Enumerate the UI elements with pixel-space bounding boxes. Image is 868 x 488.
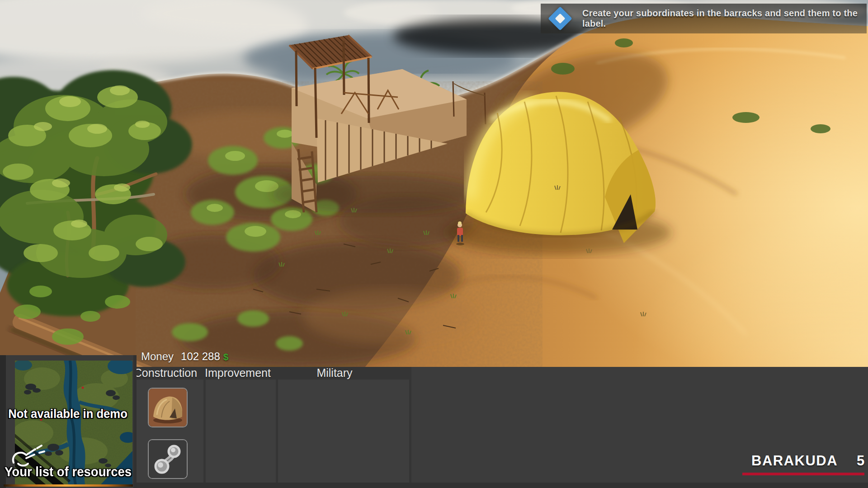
tab-military[interactable]: Military bbox=[316, 366, 352, 379]
money-value: 102 288 bbox=[181, 350, 220, 363]
game-screen: Create your subordinates in the barracks… bbox=[0, 0, 868, 488]
game-title-label: BARAKUDA 5 bbox=[751, 453, 865, 469]
minimap-demo-overlay-text: Not available in demo bbox=[8, 407, 127, 421]
brand-name: BARAKUDA bbox=[751, 453, 838, 469]
tent-thumbnail-icon bbox=[149, 389, 187, 427]
currency-icon: $ bbox=[223, 352, 229, 362]
minimap-panel: Not available in demo Your list of resou… bbox=[0, 355, 137, 488]
military-column bbox=[278, 380, 409, 483]
slot-tent-building[interactable] bbox=[148, 388, 188, 427]
minimap-footer-line bbox=[4, 484, 133, 487]
quest-banner: Create your subordinates in the barracks… bbox=[541, 4, 867, 33]
steam-icon bbox=[149, 440, 187, 478]
quest-banner-text: Create your subordinates in the barracks… bbox=[582, 8, 867, 29]
minimap-caption: Your list of resources bbox=[5, 465, 132, 479]
brand-number: 5 bbox=[857, 453, 865, 469]
improvement-column bbox=[206, 380, 276, 483]
slot-steam[interactable] bbox=[148, 439, 188, 479]
tab-construction[interactable]: Construction bbox=[134, 366, 197, 379]
title-underline bbox=[742, 473, 864, 475]
quest-diamond-icon bbox=[548, 6, 572, 31]
money-indicator: Money 102 288 $ bbox=[141, 350, 229, 363]
money-label: Money bbox=[141, 350, 174, 363]
tab-improvement[interactable]: Improvement bbox=[205, 366, 271, 379]
minimap-divider bbox=[133, 355, 137, 488]
